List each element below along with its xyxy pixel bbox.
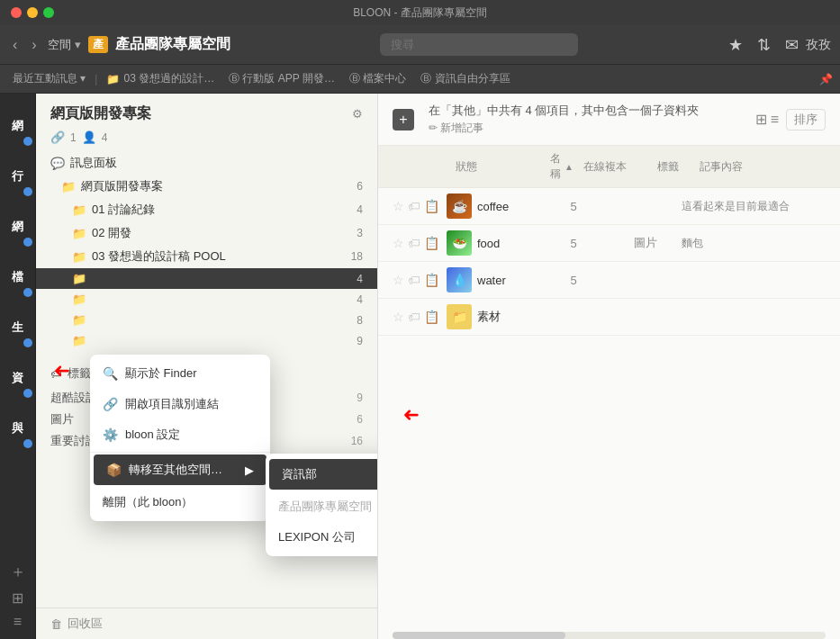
pin-icon[interactable]: 📌 [819, 73, 833, 86]
file-badge [23, 288, 32, 297]
sub-ctx-lexipon[interactable]: LEXIPON 公司 [266, 522, 378, 553]
sub-ctx-info[interactable]: 資訊部 [269, 459, 378, 490]
star-icon[interactable]: ★ [728, 35, 743, 55]
breadcrumb-design[interactable]: 📁 03 發想過的設計… [101, 69, 220, 88]
grid-view-button[interactable]: ⊞ [755, 111, 767, 128]
settings-icon[interactable]: ⚙ [352, 107, 363, 121]
star-icon-material[interactable]: ☆ [393, 310, 404, 324]
note-icon-material[interactable]: 📋 [424, 310, 439, 324]
star-icon-coffee[interactable]: ☆ [393, 199, 404, 213]
food-content: 麵包 [682, 236, 826, 251]
note-icon-coffee[interactable]: 📋 [424, 199, 439, 213]
with-icon-label: 與 [12, 420, 23, 436]
ctx-settings-label: bloon 設定 [125, 427, 180, 443]
tree-item-8[interactable]: 📁 8 [36, 310, 377, 330]
tag-icon-material[interactable]: 🏷 [408, 310, 420, 324]
tree-item-main[interactable]: 📁 網頁版開發專案 6 [36, 175, 377, 198]
tree-item-02-label: 02 開發 [92, 225, 131, 241]
ctx-move-label: 轉移至其他空間… [129, 462, 222, 478]
close-button[interactable] [11, 7, 22, 18]
row-actions-food: ☆ 🏷 📋 [393, 236, 439, 250]
tree-item-4[interactable]: 📁 4 [36, 289, 377, 310]
water-version: 5 [537, 274, 610, 287]
add-item-button[interactable]: + [393, 109, 414, 130]
tree-item-active[interactable]: 📁 4 [36, 268, 377, 289]
col-tags-label[interactable]: 標籤 [637, 159, 700, 175]
sidebar-item-web[interactable]: 網 [0, 101, 36, 151]
row-actions-material: ☆ 🏷 📋 [393, 310, 439, 324]
note-icon-food[interactable]: 📋 [424, 236, 439, 250]
grid-icon[interactable]: ⊞ [12, 590, 23, 607]
horizontal-scrollbar[interactable] [393, 632, 826, 639]
maximize-button[interactable] [43, 7, 54, 18]
life-badge [23, 338, 32, 347]
info-badge [23, 389, 32, 398]
ctx-link-label: 開啟項目識別連結 [125, 396, 219, 412]
ctx-settings[interactable]: ⚙️ bloon 設定 [90, 419, 270, 450]
left-panel-title: 網頁版開發專案 [50, 104, 151, 123]
tag-discuss-count: 16 [351, 435, 363, 447]
tree-item-01[interactable]: 📁 01 討論紀錄 4 [36, 198, 377, 221]
note-icon-water[interactable]: 📋 [424, 273, 439, 287]
sidebar-item-life[interactable]: 生 [0, 302, 36, 353]
col-content-label[interactable]: 記事內容 [700, 159, 826, 175]
back-button[interactable]: ‹ [9, 35, 21, 55]
star-icon-food[interactable]: ☆ [393, 236, 404, 250]
folder-active-icon: 📁 [72, 272, 86, 285]
navbar: ‹ › 空間 ▾ 產 產品團隊專屬空間 ★ ⇅ ✉ 孜孜 [0, 25, 840, 65]
life-icon-label: 生 [12, 320, 23, 336]
folder-main-icon: 📁 [61, 180, 76, 194]
breadcrumb-recent-label: 最近互動訊息 ▾ [13, 71, 86, 86]
folder-01-icon: 📁 [72, 203, 86, 217]
breadcrumb-files[interactable]: Ⓑ 檔案中心 [344, 69, 411, 88]
table-row[interactable]: ☆ 🏷 📋 ☕ coffee 5 這看起來是目前最適合 [378, 188, 840, 225]
recycle-section[interactable]: 🗑 回收區 [36, 608, 377, 639]
user-name[interactable]: 孜孜 [806, 37, 831, 53]
table-row[interactable]: ☆ 🏷 📋 📁 素材 [378, 299, 840, 336]
col-name-header[interactable]: 名稱 ▲ [550, 151, 574, 182]
breadcrumb-app[interactable]: Ⓑ 行動版 APP 開發… [223, 69, 340, 88]
tag-icon-coffee[interactable]: 🏷 [408, 199, 420, 213]
new-note-link[interactable]: ✏ 新增記事 [429, 121, 748, 136]
tag-icon-water[interactable]: 🏷 [408, 273, 420, 287]
ctx-divider [90, 452, 270, 453]
ctx-move[interactable]: 📦 轉移至其他空間… ▶ [94, 454, 266, 485]
star-icon-water[interactable]: ☆ [393, 273, 404, 287]
sidebar-item-file[interactable]: 檔 [0, 252, 36, 302]
ctx-finder[interactable]: 🔍 顯示於 Finder [90, 358, 270, 389]
mail-icon[interactable]: ✉ [785, 35, 799, 55]
list-icon[interactable]: ≡ [14, 614, 22, 630]
tag-icon-food[interactable]: 🏷 [408, 236, 420, 250]
minimize-button[interactable] [27, 7, 38, 18]
table-row[interactable]: ☆ 🏷 📋 🥗 food 5 圖片 麵包 [378, 225, 840, 262]
coffee-thumbnail: ☕ [447, 194, 472, 219]
scrollbar-thumb[interactable] [393, 632, 565, 639]
message-board-item[interactable]: 💬 訊息面板 [36, 151, 377, 175]
space-selector[interactable]: 空間 ▾ [48, 37, 81, 53]
breadcrumb-recent[interactable]: 最近互動訊息 ▾ [7, 69, 91, 88]
sidebar-item-action[interactable]: 行 [0, 151, 36, 202]
table-row[interactable]: ☆ 🏷 📋 💧 water 5 [378, 262, 840, 299]
sidebar-item-info[interactable]: 資 [0, 353, 36, 403]
sidebar-item-web2[interactable]: 網 [0, 202, 36, 252]
forward-button[interactable]: › [28, 35, 40, 55]
search-input[interactable] [380, 33, 578, 56]
col-status-label[interactable]: 狀態 [456, 159, 550, 175]
material-name: 素材 [477, 309, 537, 325]
sort-asc-icon: ▲ [565, 162, 574, 172]
tree-item-main-label: 網頁版開發專案 [81, 178, 163, 194]
sidebar-item-with[interactable]: 與 [0, 403, 36, 454]
add-icon[interactable]: ＋ [10, 561, 26, 582]
window-controls[interactable] [11, 7, 54, 18]
web-icon-label: 網 [12, 118, 23, 134]
ctx-leave[interactable]: 離開（此 bloon） [90, 487, 270, 518]
tree-item-9[interactable]: 📁 9 [36, 330, 377, 351]
sort-icon[interactable]: ⇅ [757, 35, 771, 55]
list-view-button[interactable]: ≡ [771, 111, 779, 128]
sort-button[interactable]: 排序 [786, 109, 826, 130]
tree-item-02[interactable]: 📁 02 開發 3 [36, 221, 377, 245]
breadcrumb-info[interactable]: Ⓑ 資訊自由分享區 [415, 69, 515, 88]
col-version-label[interactable]: 在線複本 [574, 159, 637, 175]
ctx-link[interactable]: 🔗 開啟項目識別連結 [90, 389, 270, 419]
tree-item-03[interactable]: 📁 03 發想過的設計稿 POOL 18 [36, 245, 377, 268]
